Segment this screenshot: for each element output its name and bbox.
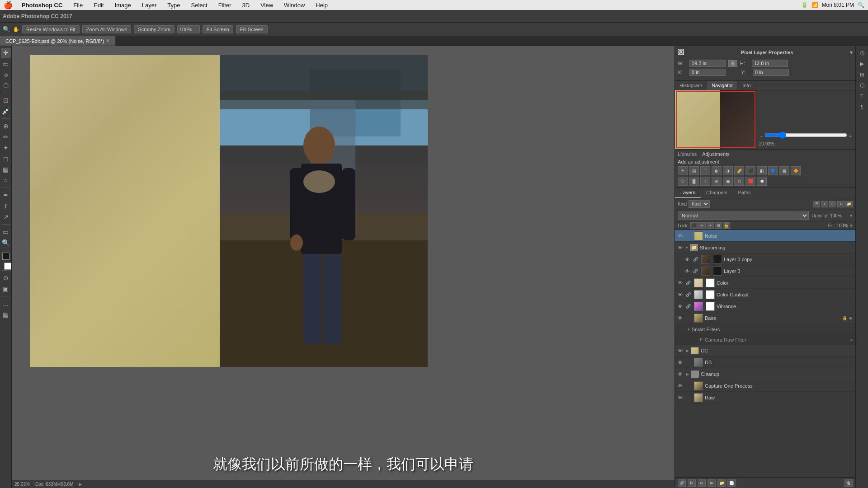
pattern-fill-adj-icon[interactable]: 🔲 bbox=[757, 177, 767, 186]
tab-navigator[interactable]: Navigator bbox=[707, 81, 738, 90]
paragraph-icon[interactable]: ¶ bbox=[857, 102, 867, 112]
palette-tool[interactable]: ▦ bbox=[1, 310, 11, 319]
fg-color[interactable] bbox=[2, 253, 9, 260]
menu-window[interactable]: Window bbox=[282, 2, 307, 9]
filter-pixel-icon[interactable]: ☰ bbox=[813, 201, 820, 207]
lock-all-icon[interactable]: 🔒 bbox=[723, 222, 730, 229]
brush-tool[interactable]: ✏ bbox=[1, 132, 11, 142]
cc-expand-icon[interactable]: ▶ bbox=[686, 348, 689, 353]
layer-color[interactable]: 👁 🔗 Color bbox=[675, 277, 855, 289]
fill-screen-btn[interactable]: Fill Screen bbox=[236, 25, 268, 33]
grid-btn[interactable]: ⊞ bbox=[857, 70, 867, 80]
eyedropper-tool[interactable]: 💉 bbox=[1, 106, 11, 116]
visibility-color-icon[interactable]: 👁 bbox=[678, 280, 684, 286]
levels-adj-icon[interactable]: ▤ bbox=[689, 166, 699, 175]
lock-paint-icon[interactable]: ✏ bbox=[698, 222, 706, 229]
visibility-base-icon[interactable]: 👁 bbox=[678, 315, 684, 321]
sharpening-expand-icon[interactable]: ▾ bbox=[686, 245, 688, 250]
layer-base[interactable]: 👁 Base 🔒 ⊕ bbox=[675, 312, 855, 324]
menu-help[interactable]: Help bbox=[314, 2, 330, 9]
new-layer-btn[interactable]: 📄 bbox=[727, 479, 736, 487]
zoom-slider[interactable] bbox=[764, 131, 847, 139]
camera-raw-vis-icon[interactable]: 👁 bbox=[698, 337, 703, 342]
blend-mode-select[interactable]: Normal bbox=[678, 211, 809, 220]
tab-histogram[interactable]: Histogram bbox=[675, 81, 707, 90]
selective-color-adj-icon[interactable]: ▣ bbox=[723, 177, 733, 186]
exposure-adj-icon[interactable]: ◐ bbox=[712, 166, 722, 175]
lock-position-icon[interactable]: ✛ bbox=[707, 222, 714, 229]
eraser-tool[interactable]: ◻ bbox=[1, 154, 11, 164]
height-input[interactable]: 12.8 in bbox=[752, 60, 788, 67]
cleanup-expand-icon[interactable]: ▶ bbox=[686, 372, 689, 376]
add-style-btn[interactable]: fx bbox=[688, 479, 696, 487]
delete-layer-btn[interactable]: 🗑 bbox=[844, 479, 853, 487]
smart-filters-label-row[interactable]: ▾ Smart Filters bbox=[675, 324, 855, 335]
lasso-tool[interactable]: ⌾ bbox=[1, 70, 11, 80]
base-mask-add-icon[interactable]: ⊕ bbox=[849, 316, 853, 320]
menu-image[interactable]: Image bbox=[113, 2, 133, 9]
quick-mask-tool[interactable]: ⊙ bbox=[1, 273, 11, 283]
threshold-adj-icon[interactable]: ↕ bbox=[700, 177, 710, 186]
solid-color-adj-icon[interactable]: ◻ bbox=[734, 177, 744, 186]
type-icon[interactable]: T bbox=[857, 91, 867, 101]
clone-stamp-tool[interactable]: ✦ bbox=[1, 143, 11, 153]
hue-sat-adj-icon[interactable]: 🌈 bbox=[734, 166, 744, 175]
tab-libraries[interactable]: Libraries bbox=[678, 151, 697, 157]
layer-vibrance[interactable]: 👁 🔗 Vibrance bbox=[675, 300, 855, 312]
new-group-btn[interactable]: 📁 bbox=[717, 479, 726, 487]
document-tab[interactable]: CCP_0625-Edit.psd @ 20% (Noise, RGB/8*) … bbox=[0, 36, 116, 46]
posterize-adj-icon[interactable]: ▓ bbox=[689, 177, 699, 186]
y-input[interactable]: 0 in bbox=[753, 69, 789, 76]
magic-wand-tool[interactable]: ⬡ bbox=[1, 80, 11, 90]
smart-filters-expand-icon[interactable]: ▾ bbox=[688, 327, 690, 332]
grad-map-adj-icon[interactable]: ⊕ bbox=[712, 177, 722, 186]
zoom-level-input[interactable]: 100% bbox=[177, 25, 200, 33]
group-cleanup[interactable]: 👁 ▶ Cleanup bbox=[675, 368, 855, 380]
width-input[interactable]: 19.2 in bbox=[689, 60, 726, 67]
opacity-arrow[interactable]: ▾ bbox=[850, 213, 853, 219]
channel-mix-adj-icon[interactable]: ▦ bbox=[779, 166, 789, 175]
menu-type[interactable]: Type bbox=[165, 2, 182, 9]
layer-color-contrast[interactable]: 👁 🔗 Color Contrast bbox=[675, 289, 855, 300]
3d-icon[interactable]: ⬡ bbox=[857, 80, 867, 90]
visibility-vibrance-icon[interactable]: 👁 bbox=[678, 304, 684, 309]
layer-raw[interactable]: 👁 Raw bbox=[675, 392, 855, 404]
zoom-all-windows-btn[interactable]: Zoom All Windows bbox=[82, 25, 131, 33]
menu-file[interactable]: File bbox=[71, 2, 85, 9]
gradient-tool[interactable]: ▦ bbox=[1, 164, 11, 174]
add-mask-btn[interactable]: ⊙ bbox=[698, 479, 706, 487]
menu-edit[interactable]: Edit bbox=[92, 2, 105, 9]
search-icon[interactable]: 🔍 bbox=[858, 2, 864, 8]
invert-adj-icon[interactable]: ⬡ bbox=[678, 177, 688, 186]
filter-smart-icon[interactable]: ⚙ bbox=[837, 201, 844, 207]
apple-menu[interactable]: 🍎 bbox=[4, 1, 13, 9]
fill-arrow[interactable]: ▾ bbox=[850, 223, 853, 229]
layer-db[interactable]: 👁 DB bbox=[675, 357, 855, 368]
visibility-colorcontrast-icon[interactable]: 👁 bbox=[678, 292, 684, 297]
panel-collapse-icon[interactable]: ▾ bbox=[850, 50, 853, 56]
canvas-area[interactable]: 就像我们以前所做的一样，我们可以申请 20.03% Doc: 633M/493.… bbox=[12, 46, 675, 488]
tab-layers[interactable]: Layers bbox=[675, 188, 701, 198]
visibility-cc-icon[interactable]: 👁 bbox=[678, 348, 684, 353]
shape-tool[interactable]: ▭ bbox=[1, 227, 11, 237]
group-cc[interactable]: 👁 ▶ CC bbox=[675, 345, 855, 357]
group-sharpening[interactable]: 👁 ▾ 📁 Sharpening bbox=[675, 242, 855, 253]
vibrance-adj-icon[interactable]: ◑ bbox=[723, 166, 733, 175]
filter-group-icon[interactable]: 📁 bbox=[845, 201, 853, 207]
tab-channels[interactable]: Channels bbox=[701, 188, 732, 198]
marquee-tool[interactable]: ▭ bbox=[1, 59, 11, 69]
lock-transparent-icon[interactable]: ⬛ bbox=[690, 222, 698, 229]
pen-tool[interactable]: ✒ bbox=[1, 190, 11, 200]
move-tool[interactable]: ✛ bbox=[1, 48, 11, 58]
canvas[interactable] bbox=[30, 55, 428, 367]
visibility-layer3copy-icon[interactable]: 👁 bbox=[685, 257, 691, 262]
menu-photoshop[interactable]: Photoshop CC bbox=[20, 2, 64, 9]
crop-tool[interactable]: ⊡ bbox=[1, 95, 11, 105]
layer-3[interactable]: 👁 🔗 Layer 3 bbox=[675, 265, 855, 277]
zoom-in-icon[interactable]: + bbox=[849, 133, 852, 139]
color-lookup-adj-icon[interactable]: 🔶 bbox=[791, 166, 801, 175]
fit-screen-btn[interactable]: Fit Screen bbox=[203, 25, 233, 33]
layer-noise[interactable]: 👁 Noise bbox=[675, 230, 855, 242]
bg-color[interactable] bbox=[4, 263, 11, 270]
zoom-out-icon[interactable]: − bbox=[760, 133, 763, 139]
